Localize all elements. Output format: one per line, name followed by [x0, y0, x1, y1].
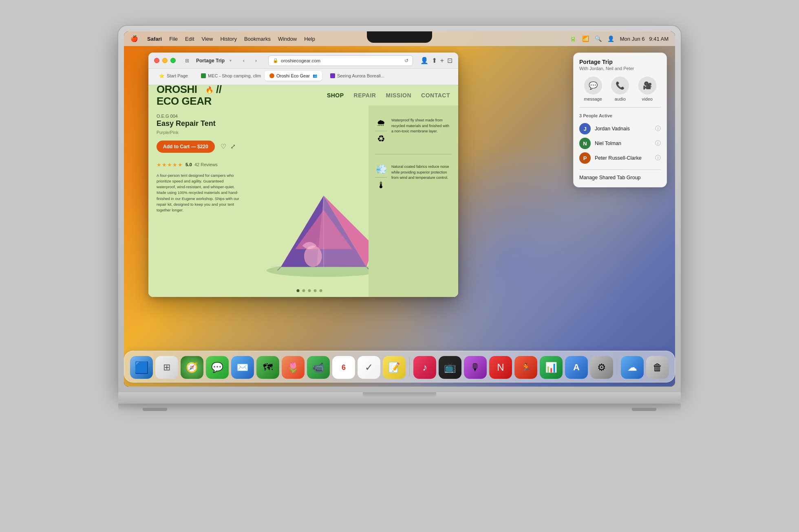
- new-tab-icon[interactable]: +: [440, 57, 444, 64]
- dock-icon-messages[interactable]: 💬: [206, 356, 229, 379]
- dock-icon-reminders[interactable]: ✓: [358, 356, 380, 379]
- add-to-cart-button[interactable]: Add to Cart — $220: [157, 141, 215, 153]
- settings-icon: ⚙: [597, 362, 606, 373]
- star-rating-icon: ★★★★★: [157, 162, 183, 168]
- search-icon[interactable]: 🔍: [595, 35, 602, 42]
- site-nav: SHOP REPAIR MISSION CONTACT: [327, 92, 450, 99]
- calendar-icon: 6: [342, 363, 346, 372]
- dock-icon-settings[interactable]: ⚙: [590, 356, 613, 379]
- minimize-button[interactable]: [162, 58, 168, 63]
- dock-icon-notes[interactable]: 📝: [383, 356, 406, 379]
- tab-mec[interactable]: MEC - Shop camping, climbing...: [196, 71, 261, 81]
- tab-label-start-page: Start Page: [167, 73, 188, 78]
- carousel-dot-4[interactable]: [314, 289, 317, 292]
- menubar-app-name[interactable]: Safari: [147, 36, 162, 42]
- dock-icon-appletv[interactable]: 📺: [439, 356, 461, 379]
- tab-group-icon[interactable]: ⊞: [182, 56, 192, 66]
- dock-icon-appstore[interactable]: A: [565, 356, 588, 379]
- reload-icon[interactable]: ↺: [404, 58, 408, 64]
- dock-icon-numbers[interactable]: 📊: [540, 356, 563, 379]
- dock-icon-finder[interactable]: 🟦: [130, 356, 153, 379]
- browser-chrome: ⊞ Portage Trip ▾ ‹ › 🔒 oroshiecogear.com: [148, 53, 458, 85]
- site-brand-text: OROSHI 🔥 // ECO GEAR: [157, 85, 221, 107]
- dock-icon-podcasts[interactable]: 🎙: [464, 356, 487, 379]
- manage-shared-tab-group-button[interactable]: Manage Shared Tab Group: [579, 174, 661, 181]
- product-color: Purple/Pink: [157, 130, 242, 135]
- dock-icon-music[interactable]: ♪: [413, 356, 436, 379]
- apple-logo-icon[interactable]: 🍎: [130, 35, 138, 42]
- video-action[interactable]: 🎥 video: [638, 77, 656, 101]
- message-action[interactable]: 💬 message: [584, 77, 602, 101]
- address-bar[interactable]: 🔒 oroshiecogear.com ↺: [268, 55, 413, 66]
- macbook-lid: 🍎 Safari File Edit View History Bookmark…: [118, 26, 681, 392]
- tab-overview-icon[interactable]: ⊡: [447, 57, 452, 64]
- menubar-item-bookmarks[interactable]: Bookmarks: [244, 36, 271, 42]
- macbook-foot: [118, 404, 681, 411]
- dock-icon-calendar[interactable]: 6: [332, 356, 355, 379]
- audio-action[interactable]: 📞 audio: [611, 77, 629, 101]
- dropdown-chevron-icon[interactable]: ▾: [230, 58, 232, 63]
- user-icon: 👤: [607, 35, 614, 42]
- tab-start-page[interactable]: ⭐ Start Page: [154, 71, 193, 81]
- menubar-left: 🍎 Safari File Edit View History Bookmark…: [130, 35, 315, 42]
- dock-icon-trash[interactable]: 🗑: [646, 356, 669, 379]
- dock-icon-fitness[interactable]: 🏃: [514, 356, 537, 379]
- tab-favicon-mec: [201, 73, 206, 78]
- menubar-item-view[interactable]: View: [202, 36, 213, 42]
- icloud-icon: ☁: [627, 362, 637, 373]
- dock-icon-safari[interactable]: 🧭: [181, 356, 203, 379]
- menubar-item-help[interactable]: Help: [304, 36, 315, 42]
- message-icon: 💬: [584, 77, 602, 95]
- info-icon-jordan[interactable]: ⓘ: [655, 125, 661, 132]
- share-profiles-icon[interactable]: 👤: [420, 57, 428, 64]
- nav-repair[interactable]: REPAIR: [354, 92, 376, 99]
- person-row-jordan: J Jordan Vadnais ⓘ: [579, 121, 661, 136]
- menubar-item-window[interactable]: Window: [278, 36, 297, 42]
- back-button[interactable]: ‹: [239, 56, 249, 66]
- menubar-item-edit[interactable]: Edit: [185, 36, 194, 42]
- feature-wind-text: Natural coated fabrics reduce noise whil…: [391, 164, 452, 181]
- carousel-dot-3[interactable]: [308, 289, 311, 292]
- nav-contact[interactable]: CONTACT: [421, 92, 450, 99]
- tent-image: [252, 171, 369, 285]
- tab-oroshi[interactable]: Oroshi Eco Gear 👥: [265, 71, 322, 81]
- heart-icon[interactable]: ♡: [221, 143, 226, 150]
- dock-icon-launchpad[interactable]: ⊞: [155, 356, 178, 379]
- tab-group-label: Portage Trip: [196, 58, 225, 64]
- dock-icon-photos[interactable]: 🌷: [282, 356, 305, 379]
- message-label: message: [584, 97, 602, 101]
- dock-icon-mail[interactable]: ✉️: [231, 356, 254, 379]
- tab-shared-users-icon: 👥: [313, 74, 317, 78]
- carousel-dot-5[interactable]: [320, 289, 322, 292]
- foot-left: [143, 408, 167, 411]
- close-button[interactable]: [154, 58, 159, 63]
- audio-label: audio: [615, 97, 626, 101]
- maps-icon: 🗺: [263, 362, 273, 373]
- product-area: O.E.G 004 Easy Repair Tent Purple/Pink A…: [148, 106, 458, 297]
- shared-tab-popover: Portage Trip With Jordan, Neil and Peter…: [573, 53, 667, 187]
- carousel-dot-2[interactable]: [302, 289, 305, 292]
- nav-mission[interactable]: MISSION: [386, 92, 411, 99]
- dock-icon-facetime[interactable]: 📹: [307, 356, 330, 379]
- carousel-dots: [297, 289, 322, 292]
- tab-aurora[interactable]: Seeing Aurora Boreali...: [325, 71, 389, 81]
- facetime-icon: 📹: [312, 362, 324, 373]
- finder-icon: 🟦: [135, 361, 149, 374]
- dock-icon-maps[interactable]: 🗺: [256, 356, 279, 379]
- share-icon[interactable]: ⬆: [432, 57, 437, 64]
- menubar-item-file[interactable]: File: [169, 36, 178, 42]
- nav-shop[interactable]: SHOP: [327, 92, 344, 99]
- lock-icon: 🔒: [273, 58, 278, 63]
- rating-row: ★★★★★ 5.0 42 Reviews: [157, 162, 242, 168]
- photos-icon: 🌷: [287, 362, 299, 373]
- info-icon-peter[interactable]: ⓘ: [655, 154, 661, 162]
- carousel-dot-1[interactable]: [297, 289, 300, 292]
- dock-icon-icloud[interactable]: ☁: [621, 356, 644, 379]
- info-icon-niel[interactable]: ⓘ: [655, 140, 661, 147]
- dock-icon-news[interactable]: N: [489, 356, 512, 379]
- maximize-button[interactable]: [170, 58, 176, 63]
- forward-button[interactable]: ›: [251, 56, 261, 66]
- menubar-item-history[interactable]: History: [220, 36, 236, 42]
- podcasts-icon: 🎙: [470, 362, 480, 373]
- share-product-icon[interactable]: ⤢: [230, 143, 236, 150]
